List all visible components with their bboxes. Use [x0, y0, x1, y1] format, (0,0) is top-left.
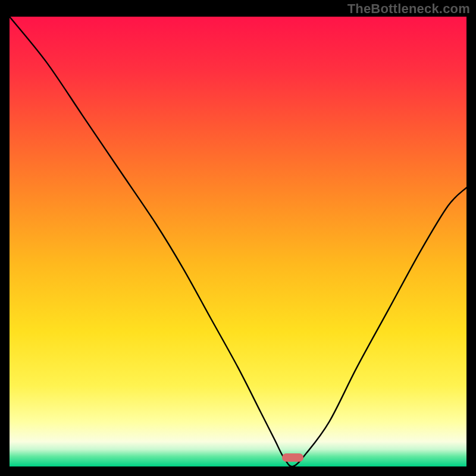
- bottleneck-curve: [10, 17, 466, 466]
- chart-frame: TheBottleneck.com: [0, 0, 476, 476]
- watermark-text: TheBottleneck.com: [347, 1, 470, 17]
- plot-area: [10, 17, 466, 466]
- optimal-point-marker: [282, 453, 303, 462]
